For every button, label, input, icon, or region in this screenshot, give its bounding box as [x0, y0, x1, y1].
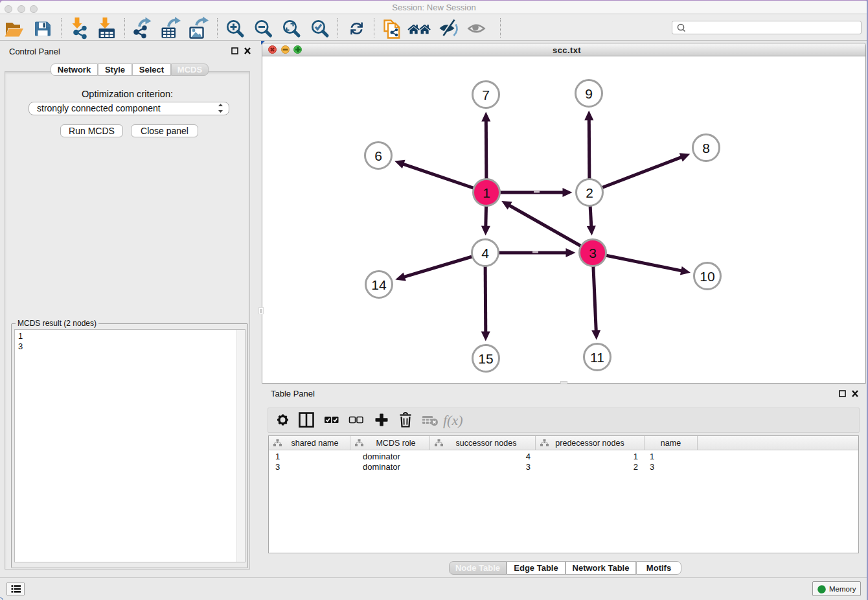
svg-text:15: 15: [478, 351, 493, 366]
svg-text:4: 4: [481, 246, 489, 260]
svg-text:2: 2: [586, 185, 593, 200]
svg-text:14: 14: [371, 277, 387, 292]
svg-text:1: 1: [483, 185, 490, 200]
svg-text:3: 3: [589, 246, 597, 260]
svg-text:f(x): f(x): [443, 412, 463, 428]
svg-text:7: 7: [482, 87, 490, 102]
svg-text:6: 6: [374, 148, 382, 163]
svg-text:9: 9: [585, 86, 593, 101]
svg-text:10: 10: [700, 269, 714, 284]
svg-text:11: 11: [590, 350, 604, 365]
svg-text:8: 8: [702, 141, 710, 156]
